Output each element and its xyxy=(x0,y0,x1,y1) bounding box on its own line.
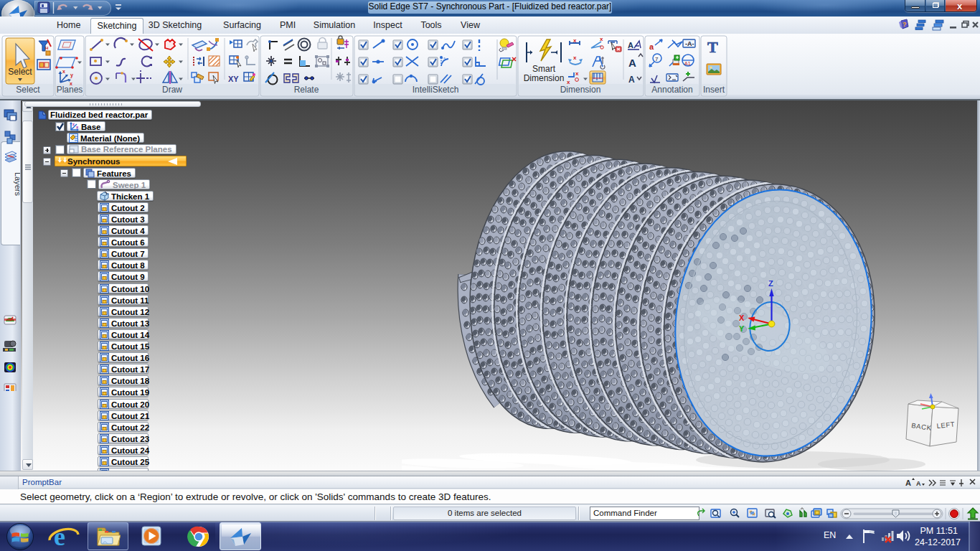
svg-text:X: X xyxy=(739,314,745,322)
svg-text:x: x xyxy=(62,69,65,74)
svg-text:A: A xyxy=(628,75,635,85)
svg-text:Select: Select xyxy=(8,67,32,77)
svg-text:y: y xyxy=(70,72,73,78)
svg-text:Layers: Layers xyxy=(14,172,20,197)
svg-text:A: A xyxy=(628,41,633,50)
svg-text:T: T xyxy=(707,38,718,56)
svg-text:7: 7 xyxy=(655,56,659,62)
svg-text:A: A xyxy=(916,480,921,487)
svg-text:Insert: Insert xyxy=(703,85,725,95)
svg-text:e: e xyxy=(54,523,65,550)
svg-text:x: x xyxy=(575,70,579,77)
svg-text:IntelliSketch: IntelliSketch xyxy=(413,85,459,95)
svg-text:x: x xyxy=(600,36,603,42)
svg-text:H: H xyxy=(45,46,48,50)
svg-text:x: x xyxy=(70,81,72,86)
svg-text:x: x xyxy=(76,125,79,129)
svg-text:Z: Z xyxy=(768,279,773,288)
svg-text:A: A xyxy=(628,57,636,69)
svg-text:Relate: Relate xyxy=(294,85,319,95)
svg-text:Y: Y xyxy=(739,324,745,333)
svg-text:Select: Select xyxy=(16,85,40,95)
svg-text:-A-: -A- xyxy=(685,40,694,47)
svg-text:?: ? xyxy=(903,21,907,28)
svg-text:XY: XY xyxy=(228,75,239,83)
svg-text:Draw: Draw xyxy=(162,85,182,95)
svg-text:Dimension: Dimension xyxy=(560,85,601,95)
svg-text:Dimension: Dimension xyxy=(524,73,565,83)
svg-text:Smart: Smart xyxy=(532,64,556,74)
svg-text:x: x xyxy=(573,55,577,61)
svg-text:Annotation: Annotation xyxy=(651,85,692,95)
svg-text:z: z xyxy=(72,122,75,126)
svg-text:A1: A1 xyxy=(684,61,691,66)
svg-text:Planes: Planes xyxy=(57,85,83,95)
svg-text:x: x xyxy=(573,37,577,44)
svg-text:A: A xyxy=(905,479,911,487)
svg-text:x: x xyxy=(567,79,570,85)
svg-text:a: a xyxy=(649,42,654,51)
